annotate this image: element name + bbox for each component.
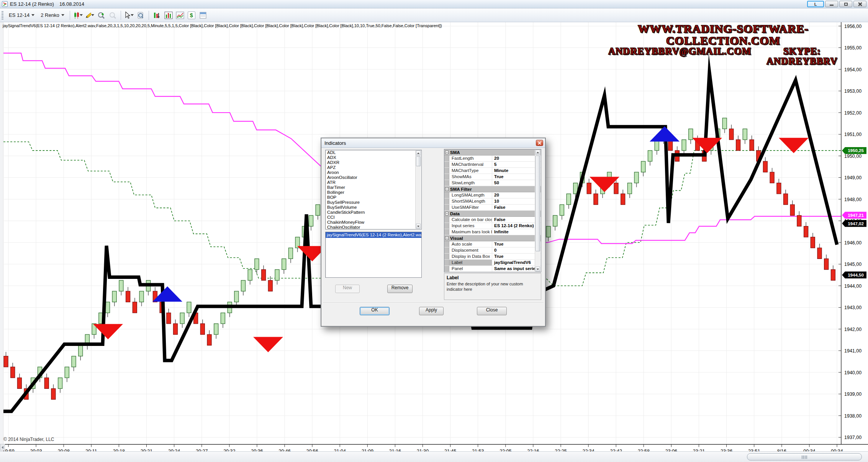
- scroll-up-icon[interactable]: [536, 150, 540, 155]
- property-row[interactable]: FastLength20: [444, 156, 541, 162]
- indicator-list-item[interactable]: CCI: [326, 215, 421, 220]
- scrollbar-thumb[interactable]: [536, 156, 540, 251]
- link-button[interactable]: L: [807, 1, 824, 7]
- property-section-header[interactable]: SMA Filter: [444, 186, 541, 192]
- indicator-list-scrollbar[interactable]: [415, 151, 421, 229]
- collapse-icon[interactable]: [445, 151, 449, 154]
- property-row[interactable]: MAChartInterval5: [444, 162, 541, 168]
- indicator-list-item[interactable]: ADL: [326, 150, 421, 155]
- time-tick-label: 21:16: [389, 449, 401, 451]
- dialog-titlebar[interactable]: Indicators: [321, 138, 545, 148]
- scroll-down-icon[interactable]: [416, 224, 421, 229]
- scroll-down-icon[interactable]: [536, 267, 540, 272]
- property-row[interactable]: LongSMALength20: [444, 192, 541, 198]
- property-value[interactable]: 20: [492, 156, 541, 161]
- property-section-header[interactable]: Data: [444, 211, 541, 217]
- instrument-dropdown[interactable]: ES 12-14: [6, 11, 38, 20]
- selected-indicator-row[interactable]: jaySignalTrendV6(ES 12-14 (2 Renko),Aler…: [326, 232, 421, 238]
- close-window-button[interactable]: [853, 1, 866, 7]
- indicator-list-item[interactable]: BOP: [326, 195, 421, 200]
- toolbar-grip[interactable]: [2, 11, 3, 20]
- dialog-close-button[interactable]: [536, 140, 543, 146]
- indicator-list-item[interactable]: ChaikinOscillator: [326, 225, 421, 229]
- property-row[interactable]: SlowLength50: [444, 180, 541, 186]
- property-value[interactable]: Minute: [492, 168, 541, 174]
- indicator-list-item[interactable]: ADX: [326, 155, 421, 160]
- indicator-list-item[interactable]: BuySellVolume: [326, 205, 421, 210]
- collapse-icon[interactable]: [445, 212, 449, 215]
- property-value[interactable]: True: [492, 254, 541, 259]
- indicator-list-item[interactable]: BuySellPressure: [326, 200, 421, 205]
- property-value[interactable]: jaySignalTrendV6: [492, 260, 541, 265]
- property-row[interactable]: MAChartTypeMinute: [444, 168, 541, 174]
- minimize-button[interactable]: [825, 1, 838, 7]
- price-tick-label: 1954,00: [844, 67, 861, 72]
- zoom-out-button[interactable]: [108, 10, 118, 20]
- indicator-list[interactable]: ADLADXADXRAPZAroonAroonOscillatorATRBarT…: [325, 150, 422, 229]
- indicator-list-item[interactable]: BarTimer: [326, 185, 421, 190]
- property-section-header[interactable]: Visual: [444, 235, 541, 241]
- restore-button[interactable]: [839, 1, 852, 7]
- ok-button[interactable]: OK: [360, 307, 390, 315]
- cursor-tool-button[interactable]: [124, 10, 134, 20]
- property-row[interactable]: Input seriesES 12-14 (2 Renko): [444, 223, 541, 229]
- chart-trader-button[interactable]: [164, 10, 174, 20]
- horizontal-scrollbar-thumb[interactable]: [747, 453, 862, 460]
- property-row[interactable]: ShowMAsTrue: [444, 174, 541, 180]
- property-row[interactable]: Displacement0: [444, 247, 541, 254]
- interval-dropdown[interactable]: 2 Renko: [38, 11, 67, 20]
- indicator-list-item[interactable]: AroonOscillator: [326, 175, 421, 180]
- bar-type-button[interactable]: [73, 10, 83, 20]
- property-value[interactable]: 20: [492, 192, 541, 198]
- collapse-icon[interactable]: [445, 236, 449, 240]
- property-value[interactable]: 10: [492, 198, 541, 204]
- property-value[interactable]: True: [492, 241, 541, 247]
- collapse-icon[interactable]: [445, 187, 449, 191]
- scroll-up-icon[interactable]: [416, 151, 421, 156]
- account-button[interactable]: $: [187, 10, 197, 20]
- indicators-button[interactable]: [152, 10, 162, 20]
- data-box-button[interactable]: [198, 10, 208, 20]
- property-row[interactable]: UseSMAFilterFalse: [444, 205, 541, 211]
- zoom-in-button[interactable]: [96, 10, 106, 20]
- property-value[interactable]: 50: [492, 180, 541, 186]
- remove-button[interactable]: Remove: [387, 285, 413, 293]
- left-scroll-strip[interactable]: [0, 22, 3, 451]
- property-value[interactable]: True: [492, 174, 541, 180]
- property-row[interactable]: Calculate on bar closeFalse: [444, 217, 541, 223]
- scroll-left-button[interactable]: [0, 444, 5, 451]
- snap-mode-button[interactable]: [136, 10, 146, 20]
- new-button[interactable]: New: [335, 285, 360, 293]
- indicator-list-item[interactable]: APZ: [326, 165, 421, 170]
- property-value[interactable]: Same as input series: [492, 266, 541, 272]
- apply-button[interactable]: Apply: [419, 307, 444, 315]
- indicator-list-item[interactable]: Bollinger: [326, 190, 421, 195]
- property-value[interactable]: Infinite: [492, 229, 541, 235]
- property-row[interactable]: PanelSame as input series: [444, 266, 541, 272]
- property-value[interactable]: 5: [492, 162, 541, 167]
- drawing-tools-button[interactable]: [85, 10, 95, 20]
- close-button[interactable]: Close: [477, 307, 507, 315]
- property-value[interactable]: 0: [492, 247, 541, 253]
- property-description-title: Label: [447, 275, 539, 280]
- property-grid-scrollbar[interactable]: [535, 150, 540, 272]
- indicator-list-item[interactable]: CandleStickPattern: [326, 210, 421, 215]
- property-value[interactable]: False: [492, 217, 541, 223]
- window-titlebar[interactable]: ES 12-14 (2 Renko) 16.08.2014 L: [0, 0, 868, 8]
- property-grid[interactable]: SMAFastLength20MAChartInterval5MAChartTy…: [444, 149, 541, 272]
- property-row[interactable]: ShortSMALength10: [444, 198, 541, 205]
- indicator-list-item[interactable]: ChaikinMoneyFlow: [326, 220, 421, 225]
- property-row[interactable]: Maximum bars look backInfinite: [444, 229, 541, 235]
- property-value[interactable]: False: [492, 205, 541, 210]
- property-row[interactable]: Auto scaleTrue: [444, 241, 541, 247]
- property-row[interactable]: Display in Data BoxTrue: [444, 254, 541, 260]
- selected-indicators-list[interactable]: jaySignalTrendV6(ES 12-14 (2 Renko),Aler…: [325, 232, 422, 278]
- indicator-list-item[interactable]: ADXR: [326, 160, 421, 165]
- property-value[interactable]: ES 12-14 (2 Renko): [492, 223, 541, 229]
- indicator-list-item[interactable]: Aroon: [326, 170, 421, 175]
- chart-properties-button[interactable]: [175, 10, 185, 20]
- property-section-header[interactable]: SMA: [444, 149, 541, 156]
- scrollbar-thumb[interactable]: [416, 156, 421, 166]
- indicator-list-item[interactable]: ATR: [326, 180, 421, 185]
- property-row[interactable]: LabeljaySignalTrendV6: [444, 260, 541, 266]
